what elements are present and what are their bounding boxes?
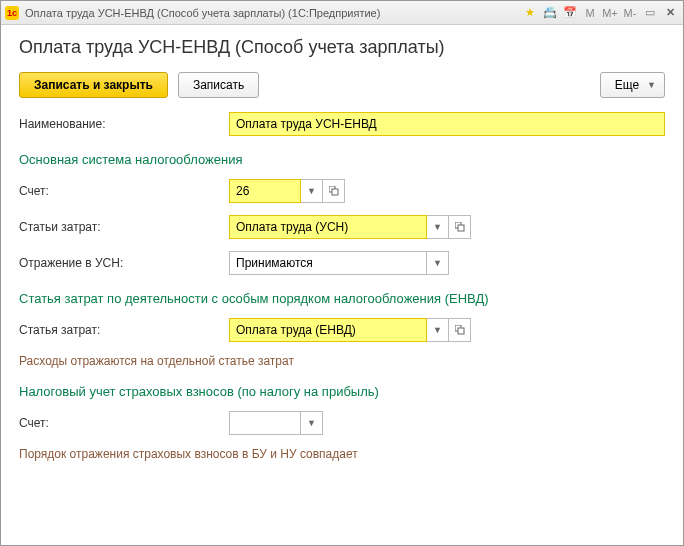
- envd-cost-item-label: Статья затрат:: [19, 323, 229, 337]
- account-combo[interactable]: 26 ▼: [229, 179, 345, 203]
- insurance-note: Порядок отражения страховых взносов в БУ…: [19, 447, 665, 461]
- cost-items-label: Статьи затрат:: [19, 220, 229, 234]
- memory-m-button[interactable]: M: [581, 5, 599, 21]
- account-picker-icon[interactable]: [323, 179, 345, 203]
- usn-reflection-dropdown-icon[interactable]: ▼: [427, 251, 449, 275]
- usn-reflection-value[interactable]: Принимаются: [229, 251, 427, 275]
- cost-items-dropdown-icon[interactable]: ▼: [427, 215, 449, 239]
- cost-items-picker-icon[interactable]: [449, 215, 471, 239]
- name-input[interactable]: Оплата труда УСН-ЕНВД: [229, 112, 665, 136]
- svg-rect-1: [332, 189, 338, 195]
- envd-cost-item-dropdown-icon[interactable]: ▼: [427, 318, 449, 342]
- page-title: Оплата труда УСН-ЕНВД (Способ учета зарп…: [19, 37, 665, 58]
- toolbar: Записать и закрыть Записать Еще ▼: [19, 72, 665, 98]
- window-titlebar: 1c Оплата труда УСН-ЕНВД (Способ учета з…: [1, 1, 683, 25]
- save-button[interactable]: Записать: [178, 72, 259, 98]
- insurance-account-label: Счет:: [19, 416, 229, 430]
- account-dropdown-icon[interactable]: ▼: [301, 179, 323, 203]
- svg-rect-3: [458, 225, 464, 231]
- calculator-icon[interactable]: 📇: [541, 5, 559, 21]
- more-button-label: Еще: [615, 78, 639, 92]
- save-and-close-button[interactable]: Записать и закрыть: [19, 72, 168, 98]
- usn-reflection-combo[interactable]: Принимаются ▼: [229, 251, 449, 275]
- chevron-down-icon: ▼: [647, 80, 656, 90]
- account-value[interactable]: 26: [229, 179, 301, 203]
- memory-mplus-button[interactable]: M+: [601, 5, 619, 21]
- envd-note: Расходы отражаются на отдельной статье з…: [19, 354, 665, 368]
- more-button[interactable]: Еще ▼: [600, 72, 665, 98]
- memory-mminus-button[interactable]: M-: [621, 5, 639, 21]
- name-label: Наименование:: [19, 117, 229, 131]
- section-main-tax-title: Основная система налогообложения: [19, 152, 665, 167]
- section-insurance-title: Налоговый учет страховых взносов (по нал…: [19, 384, 665, 399]
- account-label: Счет:: [19, 184, 229, 198]
- usn-reflection-label: Отражение в УСН:: [19, 256, 229, 270]
- minimize-icon[interactable]: ▭: [641, 5, 659, 21]
- envd-cost-item-picker-icon[interactable]: [449, 318, 471, 342]
- window-title: Оплата труда УСН-ЕНВД (Способ учета зарп…: [25, 7, 521, 19]
- app-logo-icon: 1c: [5, 6, 19, 20]
- cost-items-value[interactable]: Оплата труда (УСН): [229, 215, 427, 239]
- cost-items-combo[interactable]: Оплата труда (УСН) ▼: [229, 215, 471, 239]
- envd-cost-item-value[interactable]: Оплата труда (ЕНВД): [229, 318, 427, 342]
- envd-cost-item-combo[interactable]: Оплата труда (ЕНВД) ▼: [229, 318, 471, 342]
- insurance-account-value[interactable]: [229, 411, 301, 435]
- insurance-account-combo[interactable]: ▼: [229, 411, 323, 435]
- close-icon[interactable]: ✕: [661, 5, 679, 21]
- section-envd-title: Статья затрат по деятельности с особым п…: [19, 291, 665, 306]
- calendar-icon[interactable]: 📅: [561, 5, 579, 21]
- insurance-account-dropdown-icon[interactable]: ▼: [301, 411, 323, 435]
- svg-rect-5: [458, 328, 464, 334]
- favorite-icon[interactable]: ★: [521, 5, 539, 21]
